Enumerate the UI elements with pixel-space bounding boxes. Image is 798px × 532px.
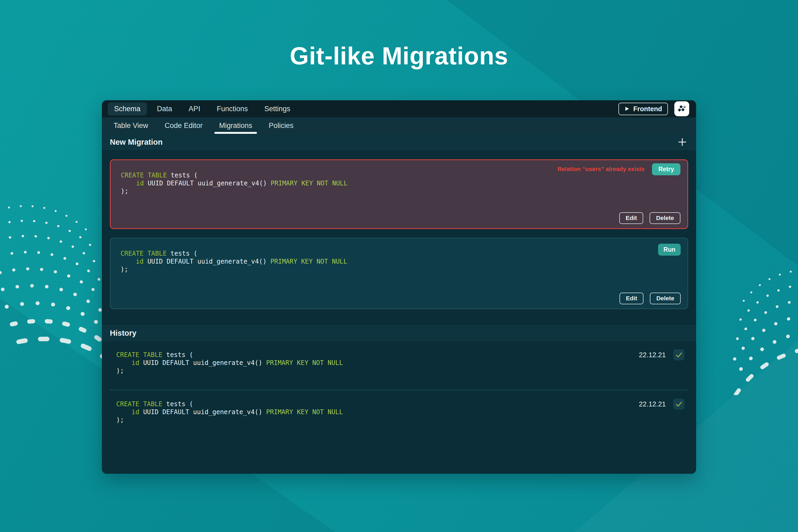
tab-schema[interactable]: Schema xyxy=(108,102,147,115)
frontend-button-label: Frontend xyxy=(633,105,662,113)
check-icon xyxy=(676,352,683,359)
history-entry: CREATE TABLE tests ( id UUID DEFAULT uui… xyxy=(110,341,688,391)
tab-api[interactable]: API xyxy=(182,102,207,115)
migration-card-pending: Run CREATE TABLE tests ( id UUID DEFAULT… xyxy=(110,238,688,309)
edit-button[interactable]: Edit xyxy=(620,292,644,304)
top-nav: Schema Data API Functions Settings Front… xyxy=(102,100,696,117)
sql-code-block: CREATE TABLE tests ( id UUID DEFAULT uui… xyxy=(113,400,677,424)
dotted-wave-right-decoration xyxy=(726,262,798,395)
tab-functions[interactable]: Functions xyxy=(210,102,254,115)
tab-settings[interactable]: Settings xyxy=(258,102,297,115)
migration-date: 22.12.21 xyxy=(639,400,666,408)
sql-code-block: CREATE TABLE tests ( id UUID DEFAULT uui… xyxy=(110,238,688,273)
error-message: Relation “users” already exists xyxy=(557,166,645,173)
diamonds-logo-icon: di xyxy=(677,103,687,114)
migration-success-badge xyxy=(673,398,684,410)
history-header: History xyxy=(102,325,696,341)
top-nav-right: Frontend di xyxy=(619,101,689,116)
history-entry: CREATE TABLE tests ( id UUID DEFAULT uui… xyxy=(110,391,688,439)
card-actions: Edit Delete xyxy=(620,292,681,304)
top-nav-tabs: Schema Data API Functions Settings xyxy=(108,102,300,115)
plus-icon xyxy=(677,137,687,147)
retry-button[interactable]: Retry xyxy=(652,163,680,175)
history-entry-meta: 22.12.21 xyxy=(639,398,684,410)
new-migration-header: New Migration xyxy=(102,134,696,150)
migration-card-error: Relation “users” already exists Retry CR… xyxy=(110,159,688,229)
page-title: Git-like Migrations xyxy=(0,42,798,70)
check-icon xyxy=(676,401,683,408)
frontend-button[interactable]: Frontend xyxy=(619,103,668,115)
logo-text: di xyxy=(683,106,686,109)
migration-success-badge xyxy=(673,349,684,360)
delete-button[interactable]: Delete xyxy=(650,292,681,304)
delete-button[interactable]: Delete xyxy=(650,212,680,224)
app-window: Schema Data API Functions Settings Front… xyxy=(102,100,696,474)
tab-code-editor[interactable]: Code Editor xyxy=(159,117,209,134)
app-logo-button[interactable]: di xyxy=(674,101,689,116)
tab-migrations[interactable]: Migrations xyxy=(213,117,258,134)
migrations-content: Relation “users” already exists Retry CR… xyxy=(102,150,696,474)
edit-button[interactable]: Edit xyxy=(619,212,643,224)
history-entry-meta: 22.12.21 xyxy=(639,349,684,360)
tab-data[interactable]: Data xyxy=(151,102,178,115)
tab-table-view[interactable]: Table View xyxy=(108,117,154,134)
run-button[interactable]: Run xyxy=(658,244,681,255)
new-migration-title: New Migration xyxy=(110,138,163,147)
sub-nav: Table View Code Editor Migrations Polici… xyxy=(102,117,696,134)
history-title: History xyxy=(110,329,136,338)
card-actions: Edit Delete xyxy=(619,212,680,224)
sql-code-block: CREATE TABLE tests ( id UUID DEFAULT uui… xyxy=(113,351,677,375)
migration-date: 22.12.21 xyxy=(639,351,666,359)
play-icon xyxy=(624,106,630,111)
run-row: Run xyxy=(658,244,681,255)
tab-policies[interactable]: Policies xyxy=(263,117,299,134)
error-row: Relation “users” already exists Retry xyxy=(557,163,680,175)
add-migration-button[interactable] xyxy=(677,136,688,148)
